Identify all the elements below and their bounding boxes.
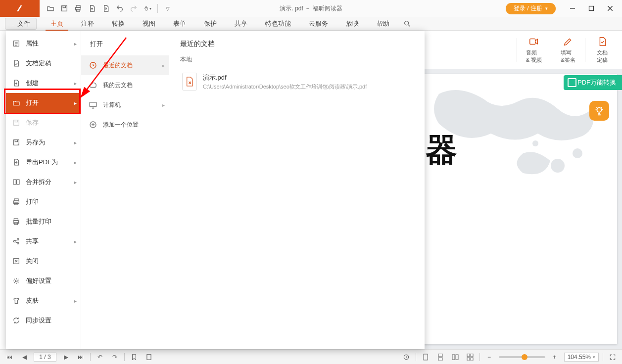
ribbon-content-right: 音频& 视频 填写&签名 文档定稿 — [424, 31, 622, 69]
facing-page-button[interactable] — [450, 352, 461, 363]
print-icon[interactable] — [74, 4, 82, 12]
nav-back-button[interactable]: ↶ — [95, 352, 105, 363]
file-menu-item-创建[interactable]: 创建▸ — [6, 73, 81, 93]
open-icon[interactable] — [47, 4, 54, 12]
menu-item-label: 偏好设置 — [26, 276, 51, 285]
first-page-button[interactable]: ⏮ — [4, 352, 15, 363]
open-submenu-最近的文档[interactable]: 最近的文档▸ — [81, 55, 169, 75]
svg-rect-23 — [15, 203, 18, 205]
file-menu-item-打开[interactable]: 打开▸ — [6, 93, 81, 113]
tab-home[interactable]: 主页 — [42, 17, 72, 30]
tab-cloud[interactable]: 云服务 — [300, 17, 337, 30]
tab-form[interactable]: 表单 — [164, 17, 195, 30]
search-icon[interactable] — [403, 20, 411, 28]
login-button[interactable]: 登录 / 注册▾ — [506, 3, 556, 14]
next-page-button[interactable]: ▶ — [60, 352, 71, 363]
prev-page-button[interactable]: ◀ — [19, 352, 30, 363]
svg-rect-46 — [471, 358, 473, 361]
document-page[interactable] — [424, 74, 617, 344]
doc-plus-icon[interactable] — [88, 4, 96, 12]
open-submenu-我的云文档[interactable]: 我的云文档 — [81, 75, 169, 95]
zoom-in-button[interactable]: + — [549, 352, 560, 363]
svg-rect-4 — [589, 6, 594, 11]
ribbon-audio-video[interactable]: 音频& 视频 — [521, 34, 547, 66]
continuous-page-button[interactable] — [435, 352, 446, 363]
tab-features[interactable]: 特色功能 — [256, 17, 300, 30]
recent-file-path: C:\Users\Administrator\Desktop\seo软文工作培训… — [203, 83, 367, 91]
file-menu-item-共享[interactable]: 共享▸ — [6, 231, 81, 251]
chevron-right-icon: ▸ — [74, 81, 77, 86]
menu-item-icon — [12, 276, 21, 285]
hand-icon[interactable]: ▾ — [144, 4, 151, 12]
tab-comment[interactable]: 注释 — [72, 17, 103, 30]
tab-share[interactable]: 共享 — [226, 17, 256, 30]
file-menu-item-批量打印[interactable]: 批量打印 — [6, 212, 81, 231]
app-logo — [0, 0, 40, 17]
nav-fwd-button[interactable]: ↷ — [109, 352, 120, 363]
recent-file-name: 演示.pdf — [203, 73, 367, 82]
svg-rect-33 — [90, 102, 96, 107]
chevron-right-icon: ▸ — [162, 63, 165, 68]
file-menu-item-偏好设置[interactable]: 偏好设置 — [6, 271, 81, 291]
file-menu-item-打印[interactable]: 打印 — [6, 192, 81, 212]
tab-view[interactable]: 视图 — [134, 17, 164, 30]
svg-point-9 — [532, 140, 538, 146]
zoom-slider-knob[interactable] — [522, 354, 527, 360]
menu-item-label: 批量打印 — [26, 217, 51, 226]
file-menu-item-同步设置[interactable]: 同步设置 — [6, 311, 81, 330]
qat-more-icon[interactable]: ▽ — [164, 4, 172, 12]
menu-item-icon — [12, 98, 21, 107]
svg-rect-43 — [467, 354, 470, 357]
svg-rect-38 — [424, 354, 428, 360]
submenu-label: 最近的文档 — [103, 61, 133, 70]
file-menu-item-关闭[interactable]: 关闭 — [6, 251, 81, 271]
undo-icon[interactable] — [116, 4, 124, 12]
ribbon-fill-sign[interactable]: 填写&签名 — [555, 34, 581, 66]
open-submenu-计算机[interactable]: 计算机▸ — [81, 95, 169, 115]
svg-rect-19 — [13, 180, 16, 184]
tab-help[interactable]: 帮助 — [368, 17, 398, 30]
file-menu-item-另存为[interactable]: 另存为▸ — [6, 133, 81, 152]
tab-protect[interactable]: 保护 — [195, 17, 226, 30]
redo-icon[interactable] — [130, 4, 138, 12]
zoom-slider[interactable] — [499, 356, 545, 358]
chevron-right-icon: ▸ — [74, 160, 77, 165]
single-page-button[interactable] — [420, 352, 431, 363]
pdf-convert-badge[interactable]: PDF万能转换 — [564, 75, 622, 90]
svg-rect-21 — [14, 199, 18, 201]
save-icon[interactable] — [60, 4, 68, 12]
svg-rect-20 — [17, 180, 19, 184]
chevron-down-icon: ▾ — [593, 355, 595, 360]
maximize-button[interactable] — [582, 2, 600, 15]
attachment-button[interactable] — [144, 352, 154, 363]
menu-item-label: 另存为 — [26, 138, 45, 147]
ribbon-doc-final[interactable]: 文档定稿 — [589, 34, 615, 66]
last-page-button[interactable]: ⏭ — [75, 352, 86, 363]
file-menu-item-文档定稿[interactable]: 文档定稿 — [6, 53, 81, 73]
file-menu-item-皮肤[interactable]: 皮肤▸ — [6, 291, 81, 311]
minimize-button[interactable] — [564, 2, 581, 15]
close-button[interactable] — [601, 2, 619, 15]
file-menu-item-合并拆分[interactable]: 合并拆分▸ — [6, 172, 81, 192]
zoom-out-button[interactable]: − — [484, 352, 495, 363]
file-menu-item-属性[interactable]: 属性▸ — [6, 34, 81, 53]
reflow-button[interactable] — [401, 352, 412, 363]
fullscreen-button[interactable] — [607, 352, 618, 363]
hint-lightbulb-icon[interactable] — [589, 101, 609, 121]
pdf-file-icon — [182, 73, 197, 91]
tab-slideshow[interactable]: 放映 — [337, 17, 368, 30]
chevron-right-icon: ▸ — [74, 100, 77, 106]
zoom-level[interactable]: 104.55%▾ — [564, 353, 599, 362]
tab-file[interactable]: ≡文件 — [5, 18, 37, 30]
quick-access-toolbar: ▾ ▽ — [40, 4, 172, 13]
bookmark-button[interactable] — [129, 352, 140, 363]
continuous-facing-button[interactable] — [465, 352, 476, 363]
recent-file-item[interactable]: 演示.pdf C:\Users\Administrator\Desktop\se… — [180, 69, 414, 94]
menu-item-label: 同步设置 — [26, 316, 51, 325]
doc-arrow-icon[interactable] — [102, 4, 110, 12]
file-menu-item-导出PDF为[interactable]: 导出PDF为▸ — [6, 152, 81, 172]
open-submenu-添加一个位置[interactable]: 添加一个位置 — [81, 115, 169, 135]
tab-convert[interactable]: 转换 — [103, 17, 134, 30]
page-indicator[interactable]: 1 / 3 — [34, 353, 56, 362]
menu-item-label: 共享 — [26, 237, 39, 246]
